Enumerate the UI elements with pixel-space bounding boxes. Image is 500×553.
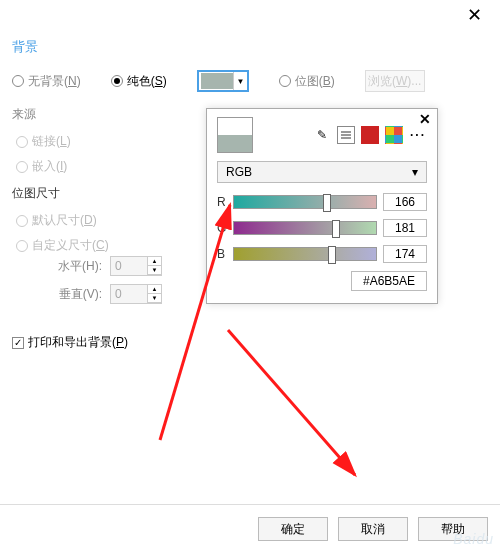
color-swatch-icon [201,73,234,89]
cancel-button[interactable]: 取消 [338,517,408,541]
chevron-down-icon: ▾ [412,165,418,179]
radio-solid-color[interactable]: 纯色(S) [111,73,167,90]
horizontal-input: 0 ▲▼ [110,256,162,276]
browse-button: 浏览(W)... [365,70,425,92]
sliders-icon[interactable] [337,126,355,144]
b-label: B [217,247,227,261]
ok-button[interactable]: 确定 [258,517,328,541]
svg-line-4 [228,330,355,475]
g-label: G [217,221,227,235]
section-title-background: 背景 [12,38,480,56]
chevron-down-icon: ▼ [233,72,246,90]
divider [0,504,500,505]
vertical-label: 垂直(V): [12,286,102,303]
horizontal-value: 0 [111,257,147,275]
b-slider[interactable] [233,247,377,261]
radio-no-background[interactable]: 无背景(N) [12,73,81,90]
g-slider[interactable] [233,221,377,235]
vertical-input: 0 ▲▼ [110,284,162,304]
slider-thumb-icon[interactable] [332,220,340,238]
slider-thumb-icon[interactable] [323,194,331,212]
checkbox-icon: ✓ [12,337,24,349]
color-preview-swatch [217,117,253,153]
background-type-group: 无背景(N) 纯色(S) ▼ 位图(B) 浏览(W)... [12,70,480,92]
color-mode-select[interactable]: RGB ▾ [217,161,427,183]
g-value-input[interactable]: 181 [383,219,427,237]
color-tool-icon[interactable] [361,126,379,144]
r-label: R [217,195,227,209]
radio-icon [279,75,291,87]
hex-value-input[interactable]: #A6B5AE [351,271,427,291]
watermark: Baidu [453,531,494,547]
horizontal-label: 水平(H): [12,258,102,275]
r-slider[interactable] [233,195,377,209]
radio-icon [111,75,123,87]
spinner-up-icon: ▲ [147,257,161,266]
eyedropper-icon[interactable]: ✎ [313,126,331,144]
color-dropdown-button[interactable]: ▼ [197,70,249,92]
radio-icon [16,240,28,252]
close-icon[interactable]: ✕ [457,4,492,26]
close-icon[interactable]: ✕ [419,111,431,127]
color-mode-value: RGB [226,165,252,179]
radio-icon [16,215,28,227]
radio-icon [16,136,28,148]
radio-icon [12,75,24,87]
vertical-value: 0 [111,285,147,303]
print-export-checkbox[interactable]: ✓ 打印和导出背景(P) [12,334,480,351]
radio-icon [16,161,28,173]
more-icon[interactable]: ∙∙∙ [409,126,427,144]
palette-icon[interactable] [385,126,403,144]
b-value-input[interactable]: 174 [383,245,427,263]
radio-bitmap[interactable]: 位图(B) [279,73,335,90]
r-value-input[interactable]: 166 [383,193,427,211]
color-picker-popup: ✕ ✎ ∙∙∙ RGB ▾ R 166 G 181 B 174 #A6B5AE [206,108,438,304]
slider-thumb-icon[interactable] [328,246,336,264]
spinner-up-icon: ▲ [147,285,161,294]
spinner-down-icon: ▼ [147,266,161,275]
spinner-down-icon: ▼ [147,294,161,303]
